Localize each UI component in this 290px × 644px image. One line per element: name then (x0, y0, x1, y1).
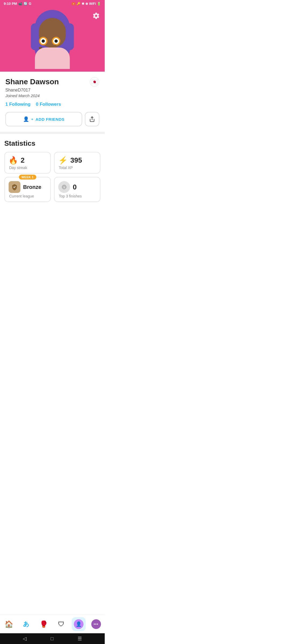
key-icon: 🔑 (77, 2, 81, 6)
svg-text:1: 1 (63, 186, 65, 189)
battery-icon: 🔋 (97, 2, 101, 6)
avatar-eye-right (52, 37, 60, 45)
share-icon (89, 116, 95, 122)
stat-card-top3: 1 0 Top 3 finishes (54, 177, 100, 202)
bluetooth-icon: ✱ (82, 2, 84, 6)
google-icon: G (29, 2, 31, 6)
stat-card-league: WEEK 1 Bronze Current league (4, 177, 51, 202)
recording-icon: ● (72, 2, 75, 5)
streak-label: Day streak (9, 166, 46, 170)
settings-button[interactable] (91, 11, 101, 21)
lightning-icon: ⚡ (58, 157, 68, 164)
profile-name-row: Shane Dawson 🇯🇵 (5, 77, 99, 87)
vpn-icon: 🔄 (24, 2, 27, 5)
status-time: 9:10 PM (4, 2, 17, 6)
wifi-icon: WiFi (89, 2, 96, 6)
add-friends-label: ADD FRIENDS (35, 117, 64, 122)
fire-icon: 🔥 (9, 157, 18, 164)
medal-icon: 1 (58, 181, 70, 193)
status-right: ● 🔑 ✱ ⊕ WiFi 🔋 (72, 2, 101, 6)
hero-section (0, 7, 105, 72)
profile-joined: Joined March 2024 (5, 93, 99, 98)
profile-section: Shane Dawson 🇯🇵 ShaneD7017 Joined March … (0, 72, 105, 126)
avatar-hair-right (66, 23, 74, 50)
league-label: Current league (9, 194, 46, 198)
status-left: 9:10 PM 📹 🔄 G (4, 2, 31, 6)
statistics-grid: 🔥 2 Day streak ⚡ 395 Total XP WEEK 1 (4, 152, 100, 202)
top3-label: Top 3 finishes (59, 194, 96, 198)
status-bar: 9:10 PM 📹 🔄 G ● 🔑 ✱ ⊕ WiFi 🔋 (0, 0, 105, 7)
add-friends-button[interactable]: 👤 + ADD FRIENDS (5, 112, 82, 126)
section-divider (0, 132, 105, 134)
week-badge: WEEK 1 (19, 175, 36, 180)
followers-link[interactable]: 0 Followers (36, 102, 61, 107)
statistics-section: Statistics 🔥 2 Day streak ⚡ 395 Total XP (0, 139, 105, 202)
profile-name: Shane Dawson (5, 78, 59, 86)
avatar-hair-left (31, 23, 39, 50)
streak-value: 2 (21, 156, 24, 164)
bronze-shield-icon (9, 181, 20, 193)
avatar-body (35, 47, 70, 69)
avatar-illustration (28, 10, 77, 69)
action-buttons: 👤 + ADD FRIENDS (5, 112, 99, 126)
following-link[interactable]: 1 Following (5, 102, 31, 107)
top3-value: 0 (73, 183, 77, 191)
avatar-eye-left (39, 37, 48, 45)
share-button[interactable] (85, 112, 99, 126)
xp-label: Total XP (59, 166, 96, 170)
stat-card-xp: ⚡ 395 Total XP (54, 152, 100, 174)
follow-row: 1 Following 0 Followers (5, 102, 99, 107)
profile-username: ShaneD7017 (5, 88, 99, 93)
statistics-title: Statistics (4, 139, 100, 148)
add-friends-icon: 👤 (23, 116, 29, 122)
location-icon: ⊕ (85, 2, 88, 6)
avatar-head (39, 18, 66, 47)
league-value: Bronze (23, 184, 41, 190)
xp-value: 395 (70, 156, 82, 164)
gear-icon (92, 12, 100, 20)
video-icon: 📹 (18, 2, 22, 6)
stat-card-streak: 🔥 2 Day streak (4, 152, 51, 174)
flag-icon: 🇯🇵 (90, 77, 99, 87)
avatar-eyes (39, 37, 60, 45)
